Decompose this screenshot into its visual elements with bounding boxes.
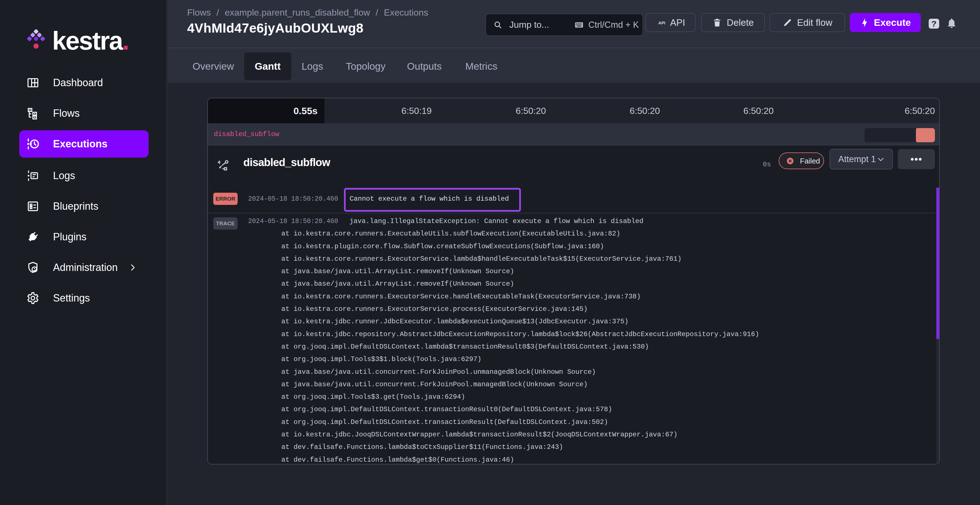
svg-text:API: API	[659, 21, 665, 25]
